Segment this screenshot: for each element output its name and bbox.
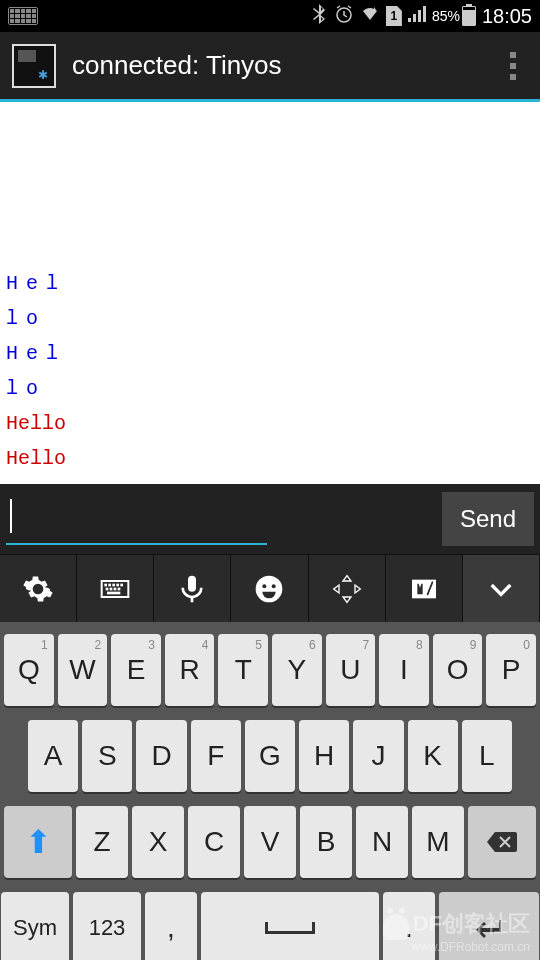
backspace-key[interactable] <box>468 806 536 878</box>
svg-rect-7 <box>106 587 109 590</box>
cursor-control-icon[interactable] <box>309 555 386 622</box>
text-cursor <box>10 499 12 533</box>
svg-rect-9 <box>114 587 117 590</box>
key-q[interactable]: 1Q <box>4 634 54 706</box>
svg-rect-10 <box>118 587 121 590</box>
wifi-icon <box>360 6 380 27</box>
terminal-line: lo <box>6 371 534 406</box>
svg-rect-6 <box>121 583 124 586</box>
input-bar: Send <box>0 484 540 554</box>
key-j[interactable]: J <box>353 720 403 792</box>
key-p[interactable]: 0P <box>486 634 536 706</box>
key-o[interactable]: 9O <box>433 634 483 706</box>
text-edit-icon[interactable] <box>386 555 463 622</box>
keyboard-layout-icon[interactable] <box>77 555 154 622</box>
sym-key[interactable]: Sym <box>1 892 69 960</box>
space-key[interactable] <box>201 892 379 960</box>
key-f[interactable]: F <box>191 720 241 792</box>
key-a[interactable]: A <box>28 720 78 792</box>
terminal-line: Hello <box>6 441 534 476</box>
key-t[interactable]: 5T <box>218 634 268 706</box>
key-v[interactable]: V <box>244 806 296 878</box>
bluetooth-icon <box>312 4 328 29</box>
key-g[interactable]: G <box>245 720 295 792</box>
settings-icon[interactable] <box>0 555 77 622</box>
svg-point-14 <box>272 584 276 588</box>
terminal-output[interactable]: HelloHelloHelloHello <box>0 102 540 484</box>
key-b[interactable]: B <box>300 806 352 878</box>
send-button[interactable]: Send <box>442 492 534 546</box>
key-k[interactable]: K <box>408 720 458 792</box>
numeric-key[interactable]: 123 <box>73 892 141 960</box>
status-bar: 1 85% 18:05 <box>0 0 540 32</box>
emoji-icon[interactable] <box>231 555 308 622</box>
svg-rect-11 <box>107 591 120 594</box>
key-n[interactable]: N <box>356 806 408 878</box>
key-u[interactable]: 7U <box>326 634 376 706</box>
key-z[interactable]: Z <box>76 806 128 878</box>
svg-rect-5 <box>117 583 120 586</box>
key-m[interactable]: M <box>412 806 464 878</box>
terminal-line: Hel <box>6 266 534 301</box>
battery-percent: 85% <box>432 8 460 24</box>
keyboard-toolbar <box>0 554 540 622</box>
period-key[interactable]: . <box>383 892 435 960</box>
terminal-line: lo <box>6 301 534 336</box>
svg-rect-3 <box>109 583 112 586</box>
app-icon: ✱ <box>12 44 56 88</box>
enter-key[interactable] <box>439 892 539 960</box>
collapse-keyboard-icon[interactable] <box>463 555 540 622</box>
key-s[interactable]: S <box>82 720 132 792</box>
svg-rect-2 <box>105 583 108 586</box>
key-x[interactable]: X <box>132 806 184 878</box>
key-e[interactable]: 3E <box>111 634 161 706</box>
svg-point-13 <box>263 584 267 588</box>
comma-key[interactable]: , <box>145 892 197 960</box>
app-title: connected: Tinyos <box>72 50 498 81</box>
key-c[interactable]: C <box>188 806 240 878</box>
keyboard-active-icon <box>8 7 38 25</box>
overflow-menu-button[interactable] <box>498 52 528 80</box>
sim-icon: 1 <box>386 6 402 26</box>
key-r[interactable]: 4R <box>165 634 215 706</box>
soft-keyboard: 1Q2W3E4R5T6Y7U8I9O0P ASDFGHJKL ⬆ ZXCVBNM… <box>0 622 540 960</box>
alarm-icon <box>334 4 354 29</box>
signal-icon <box>408 6 426 27</box>
terminal-line: Hello <box>6 406 534 441</box>
key-y[interactable]: 6Y <box>272 634 322 706</box>
shift-key[interactable]: ⬆ <box>4 806 72 878</box>
svg-rect-4 <box>113 583 116 586</box>
key-l[interactable]: L <box>462 720 512 792</box>
status-clock: 18:05 <box>482 5 532 28</box>
key-w[interactable]: 2W <box>58 634 108 706</box>
message-input[interactable] <box>6 493 267 545</box>
key-i[interactable]: 8I <box>379 634 429 706</box>
action-bar: ✱ connected: Tinyos <box>0 32 540 102</box>
key-d[interactable]: D <box>136 720 186 792</box>
svg-rect-8 <box>110 587 113 590</box>
key-h[interactable]: H <box>299 720 349 792</box>
battery-icon <box>462 6 476 26</box>
voice-input-icon[interactable] <box>154 555 231 622</box>
terminal-line: Hel <box>6 336 534 371</box>
